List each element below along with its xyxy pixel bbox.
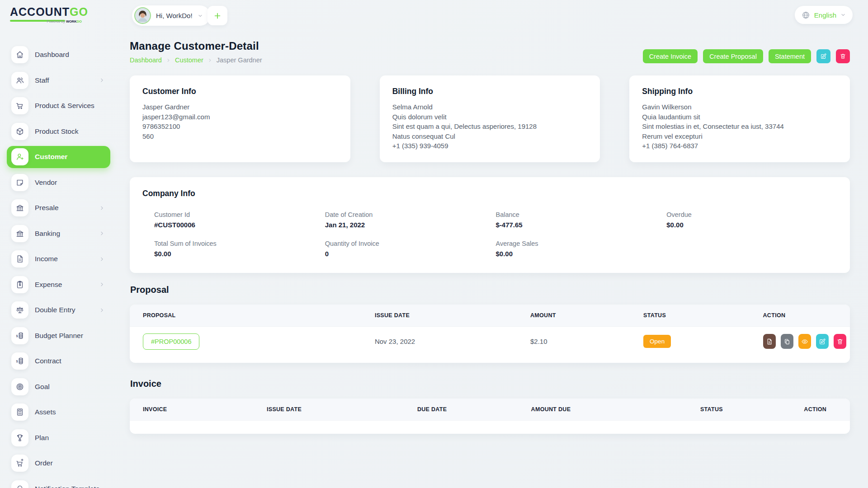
chevron-right-icon (99, 77, 105, 83)
breadcrumb-separator-icon (208, 58, 212, 63)
field-value: $0.00 (666, 221, 837, 229)
copy-icon (783, 338, 791, 345)
invoice-table: INVOICEISSUE DATEDUE DATEAMOUNT DUESTATU… (130, 399, 850, 434)
sidebar-item-staff[interactable]: Staff (0, 68, 118, 94)
card-line: +1 (385) 764-6837 (642, 141, 837, 151)
sidebar-item-label: Product & Services (35, 102, 94, 110)
file-icon (766, 338, 773, 345)
sidebar-item-order[interactable]: Order (0, 450, 118, 476)
company-info-fields: Customer Id #CUST00006Date of Creation J… (142, 211, 837, 258)
sidebar-item-product-services[interactable]: Product & Services (0, 93, 118, 119)
proposal-table: PROPOSALISSUE DATEAMOUNTSTATUSACTION #PR… (130, 305, 850, 357)
proposal-table-card: PROPOSALISSUE DATEAMOUNTSTATUSACTION #PR… (130, 305, 850, 363)
chevron-right-icon (99, 307, 105, 313)
sidebar-item-income[interactable]: Income (0, 246, 118, 272)
card-line: Selma Arnold (392, 102, 588, 112)
eye-icon (801, 338, 808, 345)
column-header-invoice: INVOICE (130, 399, 254, 421)
user-menu[interactable]: Hi, WorkDo! (132, 5, 210, 26)
svg-text:$: $ (16, 334, 18, 338)
sidebar-item-plan[interactable]: Plan (0, 425, 118, 451)
column-header-issue-date: ISSUE DATE (362, 305, 517, 327)
breadcrumb-customer[interactable]: Customer (175, 56, 203, 64)
sidebar-item-budget-planner[interactable]: $Budget Planner (0, 323, 118, 349)
sidebar-item-label: Banking (35, 230, 60, 238)
sidebar-item-assets[interactable]: Assets (0, 399, 118, 425)
sidebar-item-label: Notification Template (35, 485, 100, 488)
sidebar-item-label: Income (35, 255, 58, 263)
company-info-card: Company Info Customer Id #CUST00006Date … (130, 177, 850, 273)
trash-button[interactable] (836, 49, 850, 63)
invoice-empty-row (130, 420, 850, 434)
trash-action-button[interactable] (834, 334, 846, 349)
card-title: Customer Info (142, 87, 338, 96)
language-selector[interactable]: English (795, 6, 853, 24)
sidebar-item-label: Order (35, 459, 53, 467)
sidebar-item-expense[interactable]: Expense (0, 272, 118, 298)
row-actions (763, 334, 846, 349)
note-icon (11, 174, 28, 191)
create-invoice-button[interactable]: Create Invoice (643, 49, 698, 63)
sidebar-item-customer[interactable]: Customer (0, 144, 118, 170)
svg-text:$: $ (16, 360, 18, 363)
edit-button[interactable] (816, 49, 830, 63)
eye-action-button[interactable] (798, 334, 811, 349)
brand-logo[interactable]: ACCOUNTGO Powered By WORKDO (10, 5, 88, 23)
sidebar-item-banking[interactable]: Banking (0, 221, 118, 247)
field-customer-id: Customer Id #CUST00006 (154, 211, 325, 229)
field-balance: Balance $-477.65 (496, 211, 667, 229)
field-label: Overdue (666, 211, 837, 218)
column-header-action: ACTION (750, 305, 850, 327)
edit-action-button[interactable] (816, 334, 829, 349)
breadcrumb: DashboardCustomerJasper Gardner (130, 56, 262, 64)
invoice-section-title: Invoice (130, 379, 850, 389)
add-button[interactable] (208, 6, 227, 25)
sidebar-item-label: Vendor (35, 178, 57, 187)
card-line: 9786352100 (142, 122, 338, 131)
page-actions: Create InvoiceCreate ProposalStatement (643, 49, 850, 63)
card-line: Quia laudantium sit (642, 112, 837, 122)
field-label: Quantity of Invoice (325, 240, 496, 247)
bank-icon (11, 199, 28, 216)
language-label: English (814, 11, 836, 19)
field-value: $0.00 (496, 250, 667, 258)
sidebar-item-double-entry[interactable]: Double Entry (0, 297, 118, 323)
cube-icon (11, 123, 28, 140)
trash-icon (836, 338, 844, 345)
issue-date-cell: Nov 23, 2022 (362, 326, 517, 357)
file-action-button[interactable] (763, 334, 776, 349)
field-average-sales: Average Sales $0.00 (496, 240, 667, 258)
card-line: Natus consequat Cul (392, 131, 588, 141)
bank-icon (11, 225, 28, 242)
brand-powered-by: Powered By WORKDO (10, 19, 82, 23)
sidebar-item-notification-template[interactable]: Notification Template (0, 476, 118, 488)
sidebar-item-label: Staff (35, 76, 49, 84)
sidebar-item-goal[interactable]: Goal (0, 374, 118, 400)
page-title: Manage Customer-Detail (130, 40, 262, 52)
cart-plus-icon (11, 455, 28, 472)
column-header-proposal: PROPOSAL (130, 305, 362, 327)
sidebar-item-contract[interactable]: $Contract (0, 348, 118, 374)
field-value: 0 (325, 250, 496, 258)
create-proposal-button[interactable]: Create Proposal (703, 49, 763, 63)
proposal-number-link[interactable]: #PROP00006 (143, 333, 199, 350)
card-line: 560 (142, 131, 338, 141)
avatar (134, 7, 151, 24)
sidebar-item-presale[interactable]: Presale (0, 195, 118, 221)
column-header-amount: AMOUNT (517, 305, 630, 327)
breadcrumb-dashboard[interactable]: Dashboard (130, 56, 162, 64)
coins-dollar-icon: $ (11, 327, 28, 344)
card-title: Shipping Info (642, 87, 837, 96)
chevron-down-icon (198, 13, 203, 19)
statement-button[interactable]: Statement (769, 49, 811, 63)
sidebar-item-product-stock[interactable]: Product Stock (0, 119, 118, 145)
card-line: Sint molestias in et, Consectetur ea ius… (642, 122, 837, 131)
field-value: #CUST00006 (154, 221, 325, 229)
field-label: Average Sales (496, 240, 667, 247)
sidebar-item-vendor[interactable]: Vendor (0, 170, 118, 196)
sidebar-item-dashboard[interactable]: Dashboard (0, 42, 118, 68)
sidebar: ACCOUNTGO Powered By WORKDO DashboardSta… (0, 0, 118, 488)
field-value: Jan 21, 2022 (325, 221, 496, 229)
scales-icon (11, 301, 28, 319)
copy-action-button[interactable] (781, 334, 793, 349)
